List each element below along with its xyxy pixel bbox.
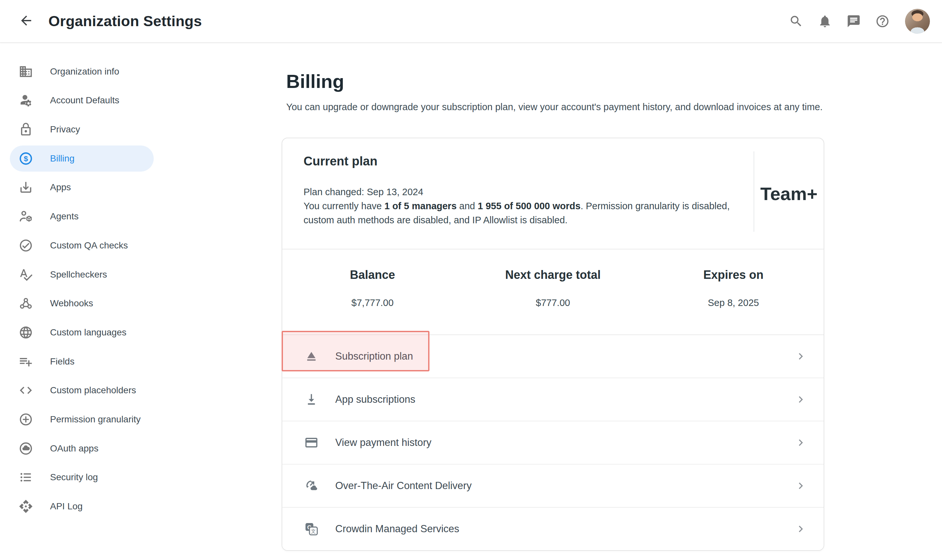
section-subtitle: You can upgrade or downgrade your subscr… (286, 102, 824, 112)
sidebar-item-label: Organization info (50, 66, 119, 77)
sidebar-item-apps[interactable]: Apps (10, 174, 154, 200)
sidebar-item-privacy[interactable]: Privacy (10, 116, 154, 143)
chevron-right-icon (794, 479, 807, 492)
api-diamonds-icon (19, 499, 33, 514)
sidebar-item-label: Account Defaults (50, 95, 119, 106)
current-plan-details: Current plan Plan changed: Sep 13, 2024 … (304, 138, 754, 249)
stat-label: Next charge total (463, 268, 643, 282)
playlist-add-icon (19, 354, 33, 369)
menu-row-subscription-plan[interactable]: Subscription plan (282, 335, 823, 378)
stat-value: $777.00 (463, 297, 643, 308)
eject-icon (304, 349, 319, 363)
check-circle-icon (19, 238, 33, 253)
sidebar-item-label: Security log (50, 472, 98, 483)
current-plan-heading: Current plan (304, 154, 734, 168)
code-icon (19, 383, 33, 397)
menu-row-label: Over-The-Air Content Delivery (335, 480, 794, 492)
sidebar-item-label: Permission granularity (50, 414, 141, 425)
sidebar-item-label: Privacy (50, 124, 80, 135)
billing-stats: Balance $7,777.00 Next charge total $777… (282, 249, 823, 335)
stat-value: $7,777.00 (282, 297, 463, 308)
menu-row-label: Subscription plan (335, 351, 794, 362)
sidebar-item-security-log[interactable]: Security log (10, 464, 154, 490)
chevron-right-icon (794, 350, 807, 363)
dollar-circle-icon: $ (19, 151, 33, 166)
download-tray-icon (19, 180, 33, 194)
sidebar-item-custom-qa-checks[interactable]: Custom QA checks (10, 232, 154, 258)
sidebar-item-billing[interactable]: $ Billing (10, 146, 154, 172)
sidebar-item-label: Billing (50, 153, 75, 164)
building-icon (19, 65, 33, 79)
billing-content: Billing You can upgrade or downgrade you… (282, 43, 824, 551)
webhook-icon (19, 296, 33, 311)
spellcheck-icon (19, 268, 33, 282)
person-gear-icon (19, 93, 33, 108)
plus-circle-icon (19, 412, 33, 427)
sidebar-item-label: Spellcheckers (50, 269, 107, 280)
sidebar-item-custom-languages[interactable]: Custom languages (10, 319, 154, 346)
sidebar-item-fields[interactable]: Fields (10, 348, 154, 375)
stat-label: Expires on (643, 268, 823, 282)
notifications-icon[interactable] (817, 14, 833, 29)
billing-menu: Subscription plan App subscriptions View… (282, 335, 823, 550)
stat-balance: Balance $7,777.00 (282, 249, 463, 334)
sidebar-item-custom-placeholders[interactable]: Custom placeholders (10, 377, 154, 403)
sidebar-item-spellcheckers[interactable]: Spellcheckers (10, 262, 154, 288)
search-icon[interactable] (789, 14, 804, 29)
sidebar-item-agents[interactable]: Agents (10, 203, 154, 229)
plan-usage-text: You currently have 1 of 5 managers and 1… (304, 199, 734, 227)
back-button[interactable] (17, 12, 35, 31)
sidebar-item-label: Custom placeholders (50, 385, 136, 395)
sidebar-item-label: Apps (50, 182, 71, 192)
section-title: Billing (286, 71, 824, 92)
stat-label: Balance (282, 268, 463, 282)
plan-changed-text: Plan changed: Sep 13, 2024 (304, 185, 734, 199)
ota-sync-cloud-icon (304, 478, 319, 493)
stat-next-charge: Next charge total $777.00 (463, 249, 643, 334)
chevron-right-icon (794, 522, 807, 535)
sidebar-item-label: OAuth apps (50, 443, 99, 454)
person-cube-icon (19, 209, 33, 224)
sidebar-item-label: Custom languages (50, 327, 126, 338)
sidebar-item-label: Agents (50, 211, 79, 222)
sidebar-item-label: Webhooks (50, 298, 93, 309)
translate-icon: G文 (304, 522, 319, 536)
menu-row-ota-content-delivery[interactable]: Over-The-Air Content Delivery (282, 464, 823, 507)
install-icon (304, 392, 319, 407)
sidebar-item-webhooks[interactable]: Webhooks (10, 290, 154, 317)
sidebar-item-permission-granularity[interactable]: Permission granularity (10, 406, 154, 432)
sidebar-item-organization-info[interactable]: Organization info (10, 58, 154, 85)
chevron-right-icon (794, 436, 807, 449)
bulleted-list-icon (19, 470, 33, 485)
settings-sidebar: Organization info Account Defaults Priva… (0, 43, 163, 522)
content-layout: Organization info Account Defaults Priva… (0, 43, 942, 551)
svg-text:文: 文 (311, 528, 316, 534)
managers-usage: 1 of 5 managers (384, 201, 456, 211)
stat-value: Sep 8, 2025 (643, 297, 823, 308)
sidebar-item-oauth-apps[interactable]: OAuth apps (10, 435, 154, 462)
menu-row-label: Crowdin Managed Services (335, 523, 794, 535)
sidebar-item-label: Fields (50, 356, 75, 367)
messages-icon[interactable] (846, 14, 861, 29)
menu-row-app-subscriptions[interactable]: App subscriptions (282, 378, 823, 421)
back-arrow-icon (19, 13, 34, 29)
sidebar-item-label: API Log (50, 501, 83, 512)
credit-card-icon (304, 435, 319, 450)
help-icon[interactable] (875, 14, 890, 29)
globe-icon (19, 325, 33, 340)
sidebar-item-label: Custom QA checks (50, 240, 128, 251)
menu-row-label: App subscriptions (335, 394, 794, 405)
sidebar-item-account-defaults[interactable]: Account Defaults (10, 87, 154, 114)
billing-card: Current plan Plan changed: Sep 13, 2024 … (282, 138, 824, 551)
organization-settings-page: Organization Settings Organization info … (0, 0, 942, 560)
menu-row-crowdin-managed-services[interactable]: G文 Crowdin Managed Services (282, 507, 823, 550)
menu-row-view-payment-history[interactable]: View payment history (282, 421, 823, 464)
svg-text:$: $ (24, 154, 28, 163)
lock-icon (19, 122, 33, 137)
current-plan-section: Current plan Plan changed: Sep 13, 2024 … (282, 138, 823, 249)
sidebar-item-api-log[interactable]: API Log (10, 493, 154, 520)
chevron-right-icon (794, 393, 807, 406)
page-title: Organization Settings (48, 13, 202, 30)
words-usage: 1 955 of 500 000 words (478, 201, 581, 211)
avatar[interactable] (905, 9, 930, 34)
